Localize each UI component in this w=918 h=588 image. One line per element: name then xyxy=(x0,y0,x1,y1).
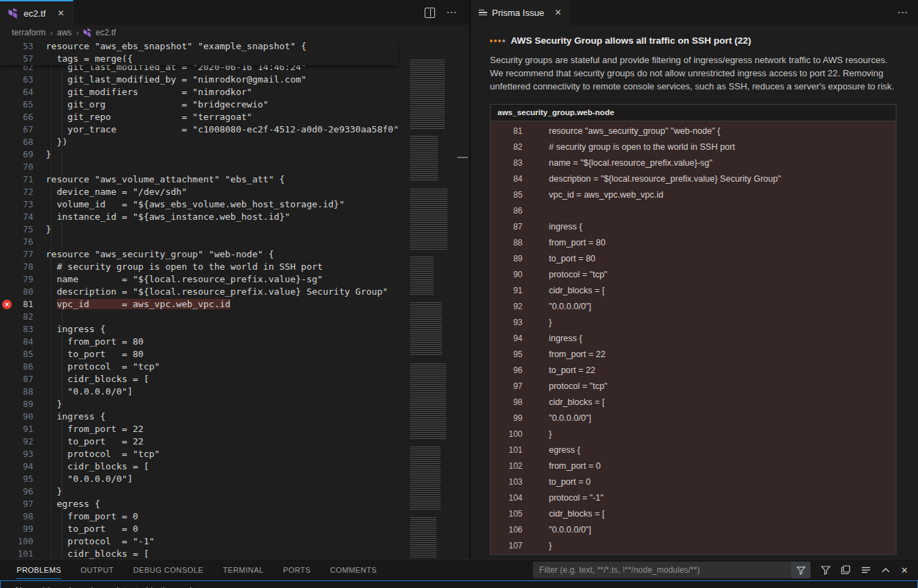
line-text: to_port = 80 xyxy=(46,348,144,361)
gutter[interactable]: 95 xyxy=(0,473,33,485)
gutter[interactable]: 99 xyxy=(0,523,33,535)
line-text: name = "${local.resource_prefix.value}-s… xyxy=(46,273,323,286)
gutter[interactable]: 88 xyxy=(0,386,33,398)
gutter[interactable]: 86 xyxy=(0,361,33,373)
panel-tab-output[interactable]: OUTPUT xyxy=(80,560,114,580)
line-number: 90 xyxy=(491,267,522,283)
line-number: 106 xyxy=(491,522,522,538)
panel-tab-debug-console[interactable]: DEBUG CONSOLE xyxy=(133,560,203,580)
line-number: 100 xyxy=(0,535,33,548)
line-text: to_port = 80 xyxy=(549,251,595,267)
line-number: 89 xyxy=(0,398,33,410)
gutter[interactable]: 67 xyxy=(0,123,33,136)
panel-tab-problems[interactable]: PROBLEMS xyxy=(17,560,61,580)
gutter[interactable]: 90 xyxy=(0,410,33,423)
line-text: } xyxy=(549,426,552,442)
close-tab-icon[interactable]: ✕ xyxy=(58,8,65,18)
line-number: 98 xyxy=(491,395,522,410)
gutter[interactable]: 83 xyxy=(0,323,33,336)
breadcrumb-item-ec2-tf[interactable]: ec2.tf xyxy=(83,28,116,37)
split-editor-icon[interactable] xyxy=(425,8,435,18)
line-number: 66 xyxy=(0,111,33,123)
line-text: resource "aws_security_group" "web-node"… xyxy=(46,248,274,261)
gutter[interactable]: 68 xyxy=(0,136,33,148)
gutter[interactable]: ✕81 xyxy=(0,298,33,311)
close-tab-icon[interactable]: ✕ xyxy=(554,8,561,17)
gutter[interactable]: 82 xyxy=(0,311,33,323)
gutter[interactable]: 84 xyxy=(0,336,33,348)
close-panel-icon[interactable]: ✕ xyxy=(901,565,908,576)
panel-tab-ports[interactable]: PORTS xyxy=(283,560,311,580)
gutter[interactable]: 93 xyxy=(0,448,33,460)
code-line-57[interactable]: 57 tags = merge({ xyxy=(0,53,398,65)
gutter[interactable]: 75 xyxy=(0,223,33,236)
line-text: } xyxy=(549,315,552,331)
filter-input[interactable] xyxy=(533,562,791,578)
line-number: 65 xyxy=(0,98,33,111)
gutter[interactable]: 80 xyxy=(0,286,33,298)
tab-ec2-tf[interactable]: ec2.tf ✕ xyxy=(0,0,74,25)
filter-icon[interactable] xyxy=(791,562,810,578)
view-as-table-icon[interactable] xyxy=(841,565,851,575)
gutter[interactable]: 57 xyxy=(0,53,33,65)
sticky-scroll[interactable]: 53resource "aws_ebs_snapshot" "example_s… xyxy=(0,40,398,65)
gutter[interactable]: 91 xyxy=(0,423,33,435)
gutter[interactable]: 97 xyxy=(0,498,33,510)
code-editor[interactable]: 62 git_last_modified_at = "2020-06-16 14… xyxy=(0,40,470,559)
breadcrumb-item-terraform[interactable]: terraform xyxy=(12,28,46,37)
gutter[interactable]: 100 xyxy=(0,535,33,548)
maximize-panel-icon[interactable] xyxy=(881,567,890,573)
gutter[interactable]: 53 xyxy=(0,40,33,53)
gutter[interactable]: 73 xyxy=(0,198,33,211)
editor-scrollbar[interactable] xyxy=(456,40,470,559)
tab-label: ec2.tf xyxy=(24,8,46,19)
gutter[interactable]: 71 xyxy=(0,173,33,186)
panel-tab-terminal[interactable]: TERMINAL xyxy=(223,560,264,580)
more-actions-icon[interactable]: ⋯ xyxy=(446,9,457,16)
problems-body: No problems have been detected in the wo… xyxy=(0,580,918,588)
gutter[interactable]: 92 xyxy=(0,435,33,448)
gutter[interactable]: 65 xyxy=(0,98,33,111)
gutter[interactable]: 79 xyxy=(0,273,33,286)
line-number: 79 xyxy=(0,273,33,286)
filter-funnel-icon[interactable] xyxy=(821,565,831,575)
prisma-tabbar: Prisma Issue ✕ ⋯ xyxy=(470,0,918,25)
breadcrumb-item-aws[interactable]: aws xyxy=(57,28,71,37)
gutter[interactable]: 74 xyxy=(0,211,33,223)
line-text: ingress { xyxy=(549,219,582,235)
gutter[interactable]: 72 xyxy=(0,186,33,198)
gutter[interactable]: 66 xyxy=(0,111,33,123)
gutter[interactable]: 96 xyxy=(0,485,33,498)
error-icon: ✕ xyxy=(2,300,12,309)
panel-tab-comments[interactable]: COMMENTS xyxy=(330,560,377,580)
gutter[interactable]: 94 xyxy=(0,460,33,473)
issue-code-line-97: 97protocol = "tcp" xyxy=(491,379,896,395)
breadcrumb-separator: › xyxy=(50,28,53,38)
line-text: } xyxy=(549,538,552,554)
gutter[interactable]: 89 xyxy=(0,398,33,410)
minimap[interactable] xyxy=(398,40,456,559)
list-icon xyxy=(479,10,487,15)
gutter[interactable]: 69 xyxy=(0,148,33,161)
line-number: 87 xyxy=(0,373,33,386)
codeblock-header: aws_security_group.web-node xyxy=(491,105,896,121)
gutter[interactable]: 98 xyxy=(0,510,33,523)
panel-more-actions-icon[interactable]: ⋯ xyxy=(897,9,918,16)
gutter[interactable]: 76 xyxy=(0,236,33,248)
gutter[interactable]: 87 xyxy=(0,373,33,386)
gutter[interactable]: 85 xyxy=(0,348,33,361)
line-text: # security group is open to the world in… xyxy=(46,261,323,273)
collapse-all-icon[interactable] xyxy=(861,566,871,574)
gutter[interactable]: 78 xyxy=(0,261,33,273)
gutter[interactable]: 70 xyxy=(0,161,33,173)
line-number: 91 xyxy=(0,423,33,435)
line-text: cidr_blocks = [ xyxy=(549,395,604,410)
code-line-53[interactable]: 53resource "aws_ebs_snapshot" "example_s… xyxy=(0,40,398,53)
minimap-code-block xyxy=(410,189,448,250)
line-number: 105 xyxy=(491,506,522,522)
gutter[interactable]: 64 xyxy=(0,86,33,98)
tab-prisma-issue[interactable]: Prisma Issue ✕ xyxy=(470,0,570,25)
gutter[interactable]: 63 xyxy=(0,74,33,86)
gutter[interactable]: 77 xyxy=(0,248,33,261)
gutter[interactable]: 101 xyxy=(0,548,33,559)
